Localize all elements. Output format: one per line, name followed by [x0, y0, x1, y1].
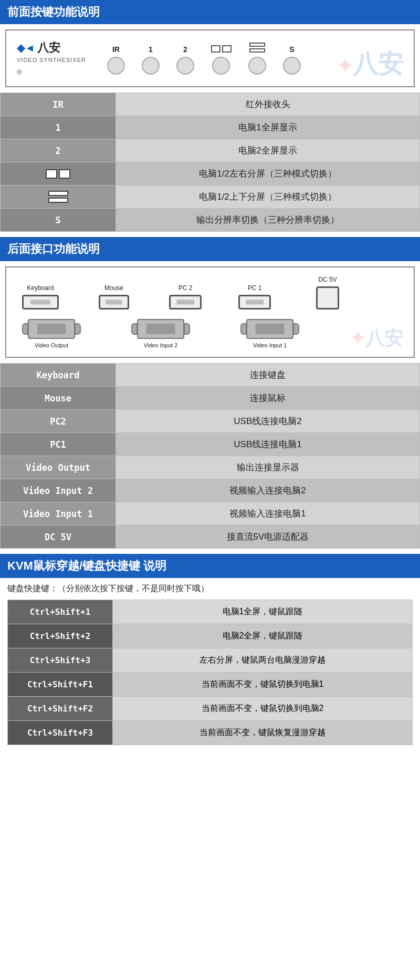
table-row: 1 电脑1全屏显示	[1, 116, 420, 139]
port-video-in2: Video Input 2	[131, 319, 190, 348]
front-val-s: 输出分辨率切换（三种分辨率切换）	[116, 209, 420, 232]
tb-box-bottom	[249, 48, 265, 53]
kvm-val-2: 电脑2全屏，键鼠跟随	[113, 624, 413, 648]
table-row: Ctrl+Shift+F1 当前画面不变，键鼠切换到电脑1	[8, 673, 413, 697]
btn-s-circle	[283, 57, 301, 75]
btn-tb	[248, 43, 266, 75]
back-val-dc: 接直流5V电源适配器	[116, 525, 420, 549]
back-val-video-in2: 视频输入连接电脑2	[116, 479, 420, 502]
back-section: 后面接口功能说明 Keyboard Mouse PC 2	[0, 237, 420, 549]
front-key-lr	[1, 162, 116, 185]
back-key-keyboard: Keyboard	[1, 364, 116, 387]
kvm-key-3: Ctrl+Shift+3	[8, 648, 113, 673]
btn-s: S	[283, 45, 301, 75]
table-row: Video Output 输出连接显示器	[1, 456, 420, 479]
front-panel-diagram: ◆◄ 八安 VIDEO SYNTHESIXER IR 1 2	[5, 29, 415, 87]
diamond-icon: ◆◄	[17, 42, 35, 54]
front-val-1: 电脑1全屏显示	[116, 116, 420, 139]
table-row: PC2 USB线连接电脑2	[1, 410, 420, 433]
lr-box-right	[222, 45, 232, 53]
back-val-pc2: USB线连接电脑2	[116, 410, 420, 433]
table-row: Mouse 连接鼠标	[1, 387, 420, 410]
back-key-video-in1: Video Input 1	[1, 502, 116, 525]
front-val-tb: 电脑1/2上下分屏（三种模式切换）	[116, 185, 420, 209]
btn-lr-circle	[212, 57, 230, 75]
pc1-usb	[238, 295, 271, 310]
front-val-ir: 红外接收头	[116, 93, 420, 116]
btn-2: 2	[176, 45, 194, 75]
back-val-video-out: 输出连接显示器	[116, 456, 420, 479]
gap-2	[0, 549, 420, 554]
mouse-usb	[99, 295, 129, 310]
pc2-label-top: PC 2	[178, 284, 193, 292]
table-row: Ctrl+Shift+F3 当前画面不变，键鼠恢复漫游穿越	[8, 721, 413, 745]
back-val-mouse: 连接鼠标	[116, 387, 420, 410]
kvm-val-3: 左右分屏，键鼠两台电脑漫游穿越	[113, 648, 413, 673]
kvm-key-f2: Ctrl+Shift+F2	[8, 697, 113, 721]
top-ports-row: Keyboard Mouse PC 2 PC 1	[17, 276, 403, 310]
dc-port	[316, 286, 339, 310]
front-small-dot	[17, 69, 22, 75]
back-key-pc2: PC2	[1, 410, 116, 433]
lr-box-left	[211, 45, 220, 53]
keyboard-usb	[22, 295, 59, 310]
front-key-1: 1	[1, 116, 116, 139]
gap-1	[0, 232, 420, 237]
back-key-mouse: Mouse	[1, 387, 116, 410]
lr-icon	[211, 45, 232, 53]
brand-name: 八安	[37, 40, 60, 56]
back-val-video-in1: 视频输入连接电脑1	[116, 502, 420, 525]
port-pc2: PC 2	[169, 284, 202, 310]
video-in1-label: Video Input 1	[253, 342, 287, 348]
btn-s-label: S	[289, 45, 294, 54]
front-section-title: 前面按键功能说明	[0, 0, 420, 24]
table-row: Video Input 2 视频输入连接电脑2	[1, 479, 420, 502]
port-keyboard: Keyboard	[22, 284, 59, 310]
table-row: S 输出分辨率切换（三种分辨率切换）	[1, 209, 420, 232]
lr-cell-box-right	[59, 169, 70, 179]
kvm-val-f2: 当前画面不变，键鼠切换到电脑2	[113, 697, 413, 721]
btn-lr	[211, 45, 232, 75]
tb-cell-box-bottom	[48, 198, 68, 203]
table-row: Ctrl+Shift+1 电脑1全屏，键鼠跟随	[8, 600, 413, 624]
front-key-ir: IR	[1, 93, 116, 116]
video-in2-label: Video Input 2	[144, 342, 178, 348]
mouse-label-top: Mouse	[104, 284, 123, 292]
front-key-tb	[1, 185, 116, 209]
brand-sub: VIDEO SYNTHESIXER	[17, 57, 86, 63]
dc-label-top: DC 5V	[318, 276, 337, 283]
btn-ir: IR	[107, 45, 125, 75]
lr-cell-box-left	[46, 169, 57, 179]
back-panel-diagram: Keyboard Mouse PC 2 PC 1	[5, 266, 415, 358]
btn-1-label: 1	[149, 45, 153, 54]
table-row: 电脑1/2上下分屏（三种模式切换）	[1, 185, 420, 209]
front-section: 前面按键功能说明 ◆◄ 八安 VIDEO SYNTHESIXER IR 1	[0, 0, 420, 232]
port-mouse: Mouse	[99, 284, 129, 310]
table-row: DC 5V 接直流5V电源适配器	[1, 525, 420, 549]
back-val-keyboard: 连接键盘	[116, 364, 420, 387]
btn-1: 1	[142, 45, 160, 75]
table-row: PC1 USB线连接电脑1	[1, 433, 420, 456]
btn-1-circle	[142, 57, 160, 75]
port-video-in1: Video Input 1	[240, 319, 299, 348]
table-row: IR 红外接收头	[1, 93, 420, 116]
back-key-pc1: PC1	[1, 433, 116, 456]
kvm-section-title: KVM鼠标穿越/键盘快捷键 说明	[0, 554, 420, 578]
table-row: Keyboard 连接键盘	[1, 364, 420, 387]
back-desc-table: Keyboard 连接键盘 Mouse 连接鼠标 PC2 USB线连接电脑2 P…	[0, 363, 420, 549]
kvm-key-2: Ctrl+Shift+2	[8, 624, 113, 648]
brand-area: ◆◄ 八安 VIDEO SYNTHESIXER	[17, 40, 86, 77]
back-key-video-in2: Video Input 2	[1, 479, 116, 502]
pc1-label-top: PC 1	[248, 284, 262, 292]
kvm-key-f3: Ctrl+Shift+F3	[8, 721, 113, 745]
table-row: Ctrl+Shift+F2 当前画面不变，键鼠切换到电脑2	[8, 697, 413, 721]
kvm-table: Ctrl+Shift+1 电脑1全屏，键鼠跟随 Ctrl+Shift+2 电脑2…	[7, 600, 413, 745]
table-row: Ctrl+Shift+3 左右分屏，键鼠两台电脑漫游穿越	[8, 648, 413, 673]
front-desc-table: IR 红外接收头 1 电脑1全屏显示 2 电脑2全屏显示 电脑1/2左右分屏（三…	[0, 92, 420, 232]
tb-cell-box-top	[48, 191, 68, 196]
front-key-2: 2	[1, 139, 116, 162]
back-key-video-out: Video Output	[1, 456, 116, 479]
pc2-usb	[169, 295, 202, 310]
table-row: 2 电脑2全屏显示	[1, 139, 420, 162]
kvm-key-f1: Ctrl+Shift+F1	[8, 673, 113, 697]
